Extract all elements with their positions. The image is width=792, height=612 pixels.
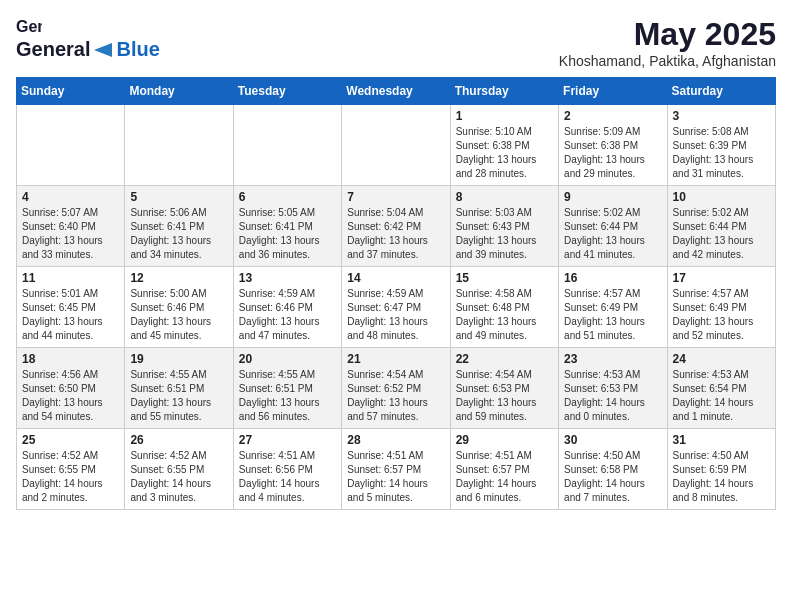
calendar-row-1: 4Sunrise: 5:07 AMSunset: 6:40 PMDaylight…	[17, 186, 776, 267]
day-info: Sunrise: 5:00 AMSunset: 6:46 PMDaylight:…	[130, 287, 227, 343]
day-info-line: Sunrise: 4:57 AM	[564, 288, 640, 299]
calendar-cell: 27Sunrise: 4:51 AMSunset: 6:56 PMDayligh…	[233, 429, 341, 510]
day-info-line: and 29 minutes.	[564, 168, 635, 179]
day-info-line: Sunrise: 4:52 AM	[130, 450, 206, 461]
day-info-line: and 57 minutes.	[347, 411, 418, 422]
day-info-line: Daylight: 13 hours	[456, 154, 537, 165]
day-info-line: and 1 minute.	[673, 411, 734, 422]
day-number: 25	[22, 433, 119, 447]
day-info-line: Sunrise: 4:50 AM	[564, 450, 640, 461]
day-info-line: Sunrise: 5:00 AM	[130, 288, 206, 299]
day-info-line: and 3 minutes.	[130, 492, 196, 503]
calendar-table: SundayMondayTuesdayWednesdayThursdayFrid…	[16, 77, 776, 510]
day-info-line: Sunset: 6:57 PM	[347, 464, 421, 475]
day-info-line: Sunset: 6:46 PM	[239, 302, 313, 313]
day-number: 21	[347, 352, 444, 366]
day-info: Sunrise: 4:50 AMSunset: 6:58 PMDaylight:…	[564, 449, 661, 505]
day-info-line: Daylight: 13 hours	[456, 397, 537, 408]
day-info: Sunrise: 4:57 AMSunset: 6:49 PMDaylight:…	[673, 287, 770, 343]
logo-blue: Blue	[116, 38, 159, 61]
title-section: May 2025 Khoshamand, Paktika, Afghanista…	[559, 16, 776, 69]
calendar-header-row: SundayMondayTuesdayWednesdayThursdayFrid…	[17, 78, 776, 105]
day-info-line: and 49 minutes.	[456, 330, 527, 341]
calendar-cell: 7Sunrise: 5:04 AMSunset: 6:42 PMDaylight…	[342, 186, 450, 267]
day-info: Sunrise: 5:04 AMSunset: 6:42 PMDaylight:…	[347, 206, 444, 262]
day-info-line: Sunset: 6:54 PM	[673, 383, 747, 394]
day-info: Sunrise: 4:59 AMSunset: 6:47 PMDaylight:…	[347, 287, 444, 343]
day-info-line: Daylight: 14 hours	[456, 478, 537, 489]
day-info-line: and 54 minutes.	[22, 411, 93, 422]
calendar-cell: 1Sunrise: 5:10 AMSunset: 6:38 PMDaylight…	[450, 105, 558, 186]
calendar-cell: 3Sunrise: 5:08 AMSunset: 6:39 PMDaylight…	[667, 105, 775, 186]
day-info-line: Sunrise: 4:51 AM	[239, 450, 315, 461]
day-info: Sunrise: 4:58 AMSunset: 6:48 PMDaylight:…	[456, 287, 553, 343]
day-info-line: and 42 minutes.	[673, 249, 744, 260]
day-info: Sunrise: 4:54 AMSunset: 6:53 PMDaylight:…	[456, 368, 553, 424]
day-info: Sunrise: 4:51 AMSunset: 6:57 PMDaylight:…	[456, 449, 553, 505]
location-subtitle: Khoshamand, Paktika, Afghanistan	[559, 53, 776, 69]
day-number: 16	[564, 271, 661, 285]
day-info-line: and 51 minutes.	[564, 330, 635, 341]
calendar-cell	[17, 105, 125, 186]
day-number: 11	[22, 271, 119, 285]
day-info-line: Daylight: 13 hours	[130, 397, 211, 408]
day-number: 31	[673, 433, 770, 447]
col-header-sunday: Sunday	[17, 78, 125, 105]
day-info: Sunrise: 4:55 AMSunset: 6:51 PMDaylight:…	[239, 368, 336, 424]
month-year-title: May 2025	[559, 16, 776, 53]
day-info-line: Sunset: 6:56 PM	[239, 464, 313, 475]
day-info-line: Sunset: 6:40 PM	[22, 221, 96, 232]
day-info-line: and 4 minutes.	[239, 492, 305, 503]
day-info-line: and 34 minutes.	[130, 249, 201, 260]
day-number: 6	[239, 190, 336, 204]
day-info-line: Sunrise: 4:55 AM	[130, 369, 206, 380]
day-info-line: Sunset: 6:38 PM	[564, 140, 638, 151]
day-info-line: Daylight: 14 hours	[673, 478, 754, 489]
day-info: Sunrise: 5:08 AMSunset: 6:39 PMDaylight:…	[673, 125, 770, 181]
day-info-line: and 8 minutes.	[673, 492, 739, 503]
day-info-line: and 33 minutes.	[22, 249, 93, 260]
day-info-line: Sunset: 6:58 PM	[564, 464, 638, 475]
day-info-line: Sunset: 6:50 PM	[22, 383, 96, 394]
day-info-line: and 47 minutes.	[239, 330, 310, 341]
day-info: Sunrise: 5:02 AMSunset: 6:44 PMDaylight:…	[564, 206, 661, 262]
day-info-line: and 59 minutes.	[456, 411, 527, 422]
calendar-row-4: 25Sunrise: 4:52 AMSunset: 6:55 PMDayligh…	[17, 429, 776, 510]
calendar-cell	[342, 105, 450, 186]
day-info-line: Sunrise: 4:58 AM	[456, 288, 532, 299]
day-number: 7	[347, 190, 444, 204]
day-info-line: and 41 minutes.	[564, 249, 635, 260]
day-info-line: Sunset: 6:45 PM	[22, 302, 96, 313]
day-info-line: Sunrise: 4:51 AM	[456, 450, 532, 461]
day-number: 17	[673, 271, 770, 285]
day-info-line: Daylight: 13 hours	[239, 316, 320, 327]
logo-general: General	[16, 38, 90, 61]
day-info: Sunrise: 5:10 AMSunset: 6:38 PMDaylight:…	[456, 125, 553, 181]
day-info-line: Sunset: 6:51 PM	[239, 383, 313, 394]
calendar-cell: 20Sunrise: 4:55 AMSunset: 6:51 PMDayligh…	[233, 348, 341, 429]
day-info-line: Sunset: 6:39 PM	[673, 140, 747, 151]
day-info-line: and 28 minutes.	[456, 168, 527, 179]
day-info: Sunrise: 5:05 AMSunset: 6:41 PMDaylight:…	[239, 206, 336, 262]
day-info: Sunrise: 4:56 AMSunset: 6:50 PMDaylight:…	[22, 368, 119, 424]
day-info-line: Sunrise: 5:08 AM	[673, 126, 749, 137]
logo: General General Blue	[16, 16, 160, 61]
day-info-line: Sunrise: 4:50 AM	[673, 450, 749, 461]
calendar-cell: 9Sunrise: 5:02 AMSunset: 6:44 PMDaylight…	[559, 186, 667, 267]
day-number: 27	[239, 433, 336, 447]
day-info: Sunrise: 5:09 AMSunset: 6:38 PMDaylight:…	[564, 125, 661, 181]
day-info-line: Sunset: 6:41 PM	[130, 221, 204, 232]
day-info: Sunrise: 4:59 AMSunset: 6:46 PMDaylight:…	[239, 287, 336, 343]
calendar-cell: 4Sunrise: 5:07 AMSunset: 6:40 PMDaylight…	[17, 186, 125, 267]
day-info-line: Daylight: 13 hours	[564, 316, 645, 327]
day-number: 24	[673, 352, 770, 366]
day-number: 9	[564, 190, 661, 204]
day-info-line: Daylight: 14 hours	[564, 397, 645, 408]
svg-marker-1	[94, 43, 112, 57]
day-info-line: Sunrise: 4:53 AM	[564, 369, 640, 380]
day-info-line: and 52 minutes.	[673, 330, 744, 341]
day-info-line: Daylight: 13 hours	[564, 235, 645, 246]
day-info-line: and 37 minutes.	[347, 249, 418, 260]
day-info-line: and 45 minutes.	[130, 330, 201, 341]
day-info-line: Sunrise: 4:55 AM	[239, 369, 315, 380]
